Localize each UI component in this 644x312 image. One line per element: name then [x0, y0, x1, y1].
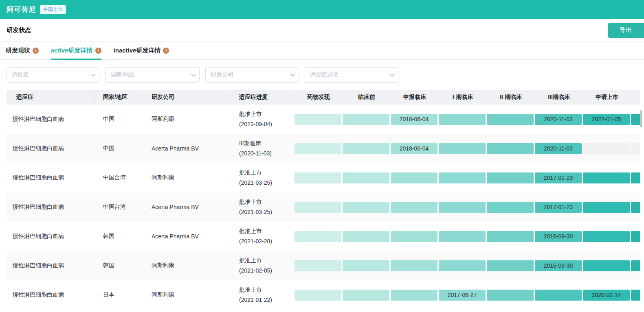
- cell-region: 中国台湾: [95, 203, 143, 211]
- stage-bar: [295, 290, 341, 301]
- stage-header: 药物发现→ 临床前→ 申报临床→ I 期临床→ II 期临床→ III期临床→ …: [295, 94, 640, 101]
- stage-bar: [295, 143, 341, 154]
- stage-bar: [439, 172, 486, 183]
- section-header: 研发状态 导出: [0, 19, 644, 42]
- stage-bar: [583, 260, 630, 271]
- table-header: 适应症 国家/地区 研发公司 适应症进度 药物发现→ 临床前→ 申报临床→ I …: [7, 90, 640, 105]
- stage-col-preclinical: 临床前→: [343, 94, 391, 101]
- stage-bar: [343, 172, 389, 183]
- cell-progress: 批准上市 (2021-01-22): [231, 285, 288, 305]
- stage-bar: [631, 143, 640, 154]
- table-row: 慢性淋巴细胞白血病 日本 阿斯利康 批准上市 (2021-01-22) 2017…: [7, 280, 640, 310]
- progress-filter-select[interactable]: 适应症进度: [305, 67, 398, 83]
- progress-date: (2021-03-25): [239, 207, 288, 217]
- progress-stage: 批准上市: [239, 197, 288, 207]
- progress-stage: 批准上市: [239, 168, 288, 178]
- info-icon[interactable]: i: [95, 48, 101, 54]
- stage-bar: [631, 172, 640, 183]
- cell-indication: 慢性淋巴细胞白血病: [7, 203, 95, 211]
- stage-bar: [487, 143, 534, 154]
- cell-region: 中国: [95, 116, 143, 123]
- cell-indication: 慢性淋巴细胞白血病: [7, 291, 95, 299]
- cell-indication: 慢性淋巴细胞白血病: [7, 145, 95, 152]
- progress-stage: III期临床: [239, 138, 288, 148]
- stage-bar: [487, 114, 534, 125]
- stage-bar: 2017-06-27: [439, 290, 486, 301]
- app-header: 阿可替尼 中国上市: [0, 0, 644, 19]
- stage-col-discovery: 药物发现→: [295, 94, 343, 101]
- stage-bar: 2017-01-23: [535, 202, 582, 213]
- progress-stage: 批准上市: [239, 226, 288, 236]
- cell-company: Acerta Pharma BV: [143, 233, 231, 240]
- stage-bar: [343, 143, 389, 154]
- indication-filter-select[interactable]: 适应症: [7, 67, 99, 83]
- stage-bar: 2017-01-23: [535, 172, 582, 183]
- region-filter-select[interactable]: 国家/地区: [105, 67, 200, 83]
- stage-bar: [583, 231, 630, 242]
- stage-bar: 2018-06-04: [391, 143, 437, 154]
- table-row: 慢性淋巴细胞白血病 韩国 Acerta Pharma BV 批准上市 (2021…: [7, 222, 640, 251]
- stage-bar: [391, 202, 437, 213]
- tab-active-rd-details[interactable]: active研发详情 i: [51, 42, 101, 59]
- chevron-down-icon: [90, 72, 96, 77]
- cell-indication: 慢性淋巴细胞白血病: [7, 233, 95, 240]
- cell-indication: 慢性淋巴细胞白血病: [7, 116, 95, 123]
- stage-bar: [487, 231, 534, 242]
- tab-bar: 研发现状 i active研发详情 i inactive研发详情 i: [0, 42, 644, 60]
- info-icon[interactable]: i: [163, 48, 169, 54]
- stage-bars: 2017-06-272020-02-14: [295, 290, 640, 301]
- stage-col-phase2: II 期临床→: [487, 94, 535, 101]
- tab-rd-status[interactable]: 研发现状 i: [6, 42, 39, 59]
- progress-date: (2021-02-28): [239, 236, 288, 247]
- progress-date: (2021-01-22): [239, 295, 288, 305]
- section-title: 研发状态: [7, 26, 31, 34]
- progress-stage: 批准上市: [239, 255, 288, 266]
- cell-progress: 批准上市 (2023-09-04): [231, 109, 288, 129]
- tab-inactive-rd-details[interactable]: inactive研发详情 i: [114, 42, 169, 59]
- stage-bar: [487, 290, 534, 301]
- cell-company: 阿斯利康: [143, 262, 231, 269]
- company-filter-select[interactable]: 研发公司: [205, 67, 299, 83]
- stage-bar: [439, 143, 486, 154]
- cell-progress: 批准上市 (2021-03-25): [231, 197, 288, 217]
- cell-progress: 批准上市 (2021-02-28): [231, 226, 288, 247]
- cell-region: 中国: [95, 145, 143, 152]
- stage-bar: [583, 202, 630, 213]
- stage-bar: [439, 114, 486, 125]
- progress-date: (2023-09-04): [239, 119, 288, 129]
- cell-company: 阿斯利康: [143, 116, 231, 123]
- stage-bar: 2020-11-03: [535, 114, 582, 125]
- stage-bar: 2020-02-14: [583, 290, 630, 301]
- stage-bar: [631, 231, 640, 242]
- export-button[interactable]: 导出: [608, 23, 644, 38]
- cell-progress: III期临床 (2020-11-03): [231, 138, 288, 159]
- stage-bar: [487, 202, 534, 213]
- stage-col-ind-filing: 申报临床→: [391, 94, 439, 101]
- stage-bar: [391, 260, 437, 271]
- progress-date: (2021-03-25): [239, 178, 288, 188]
- stage-bar: [439, 260, 486, 271]
- stage-bar: 2022-01-05: [583, 114, 630, 125]
- stage-bar: [295, 202, 341, 213]
- progress-date: (2020-11-03): [239, 148, 288, 159]
- table-row: 慢性淋巴细胞白血病 中国台湾 阿斯利康 批准上市 (2021-03-25) 20…: [7, 163, 640, 192]
- stage-bar: [343, 114, 389, 125]
- stage-bar: [439, 202, 486, 213]
- stage-bars: 2018-06-042020-11-03: [295, 143, 640, 154]
- table-row: 慢性淋巴细胞白血病 中国 阿斯利康 批准上市 (2023-09-04) 2018…: [7, 105, 640, 134]
- stage-bar: [487, 172, 534, 183]
- stage-bars: 2017-01-23: [295, 202, 640, 213]
- table-body: 慢性淋巴细胞白血病 中国 阿斯利康 批准上市 (2023-09-04) 2018…: [7, 105, 640, 310]
- col-header-progress: 适应症进度: [231, 94, 288, 101]
- cell-region: 中国台湾: [95, 174, 143, 181]
- stage-bars: 2016-09-30: [295, 260, 640, 271]
- cell-progress: 批准上市 (2021-03-25): [231, 168, 288, 188]
- cell-company: 阿斯利康: [143, 174, 231, 181]
- vertical-scrollbar-thumb[interactable]: [640, 110, 642, 127]
- stage-bar: [631, 260, 640, 271]
- info-icon[interactable]: i: [33, 48, 39, 54]
- stage-bar: 2020-11-03: [535, 143, 582, 154]
- stage-bar: [631, 290, 640, 301]
- select-placeholder: 研发公司: [211, 71, 233, 79]
- stage-bar: 2016-09-30: [535, 231, 582, 242]
